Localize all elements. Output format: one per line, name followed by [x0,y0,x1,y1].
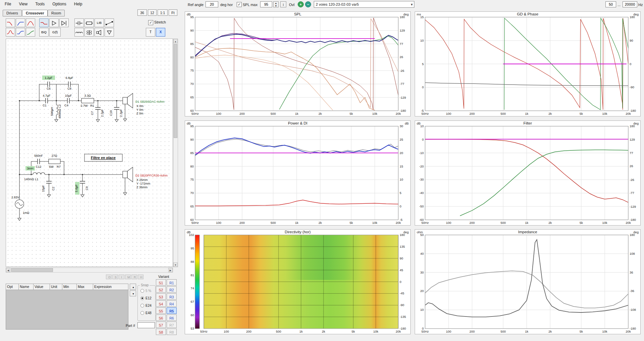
lowpass-filter-button[interactable] [6,18,15,27]
spl-max-spinner[interactable]: ▲▼ [273,1,279,7]
variant-s5-button[interactable]: S5 [156,307,166,314]
c12-value-label[interactable]: 560nF [34,154,43,157]
schematic-canvas[interactable]: 1.2µF C6 6.8µF C8 4.7µF C1 10µF C4 3.3Ω … [6,39,173,267]
opt-letter-r-button[interactable]: R [131,275,137,279]
zoom-fit-button[interactable]: Ft [169,9,177,16]
c8-value-label[interactable]: 6.8µF [65,76,73,80]
r7-value-label[interactable]: 27Ω [52,154,57,157]
power-di-plot-area[interactable]: 9590858075706560302520151050-550Hz100200… [185,121,410,225]
tab-crossover[interactable]: Crossover [22,10,48,16]
scroll-down-icon[interactable]: ▼ [173,262,178,267]
c9-value-label[interactable]: 5.6µF [75,184,78,192]
ref-angle-input[interactable] [206,1,218,7]
autoscale-button[interactable]: ↕ [280,1,286,7]
impedance-plot-area[interactable]: 5040302010018010836-36-108-18050Hz100200… [415,230,640,334]
variant-s7-button[interactable]: S7 [156,322,166,328]
shelf-filter-button[interactable] [39,18,49,27]
optimizer-table[interactable]: OptNameValueUnitMinMaxExpression [6,284,128,330]
spl-plot-area[interactable]: 95908580757065601801297726-26-77-129-180… [185,12,410,116]
c6-value-label[interactable]: 1.2µF [45,76,53,80]
gain-block-button[interactable] [59,18,69,27]
l2-value-label[interactable]: 500µH [50,107,54,116]
vscroll-thumb[interactable] [174,44,177,138]
menu-file[interactable]: File [1,0,14,8]
c1-value-label[interactable]: 4.7µF [43,94,51,97]
opt-letter-o-button[interactable]: O [106,275,112,279]
shelf-eq-button[interactable] [16,28,25,37]
overlay-add-button[interactable]: + [298,1,304,7]
freq-max-input[interactable] [623,1,637,7]
hscroll-thumb[interactable] [11,268,53,272]
driver-d1-label[interactable]: D1 SB29SDAC-4ohm [135,100,165,103]
part-number-input[interactable] [137,322,155,328]
schematic-vscrollbar[interactable]: ▲ ▼ [173,39,178,267]
gain-function-button[interactable]: G(f) [49,28,61,37]
scroll-up-icon[interactable]: ▲ [173,39,178,43]
delete-tool-button[interactable]: X [156,28,165,37]
row-up-button[interactable]: ▲ [130,284,136,290]
c7-value-label[interactable]: 2.2µF [101,109,104,117]
snap-e12-radio[interactable]: E12 [140,296,152,300]
snap-5pct-radio[interactable]: 5 % [140,289,151,293]
resistor-tool-button[interactable] [84,18,94,27]
note-text[interactable]: Filtre en place [91,156,116,160]
scroll-left-icon[interactable]: ◀ [6,268,10,272]
snap-e24-radio[interactable]: E24 [140,304,152,307]
variant-r2-button[interactable]: R2 [167,286,177,293]
speaker-tool-button[interactable] [95,28,104,37]
spl-max-input[interactable] [260,1,272,7]
opt-letter-h-button[interactable]: H [138,275,143,279]
menu-options[interactable]: Options [49,0,69,8]
variant-s2-button[interactable]: S2 [156,286,166,293]
l1-value-label[interactable]: 3mH [27,167,33,170]
library-part-button[interactable]: LIB [95,18,104,27]
variant-s8-button[interactable]: S8 [156,329,166,335]
bandpass-filter-button[interactable] [26,18,35,27]
stretch-checkbox[interactable]: ✓ Stretch [148,20,166,25]
directivity-plot-area[interactable]: 1029588817467605318013590450-45-90-135-1… [185,230,410,334]
variant-r5-button[interactable]: R5 [167,307,177,314]
zoom-1-1-button[interactable]: 1:1 [158,9,168,16]
c2-value-label[interactable]: 15µF [42,185,45,192]
variant-r4-button[interactable]: R4 [167,300,177,307]
invert-polarity-button[interactable] [105,28,114,37]
r1-value-label[interactable]: 3.3Ω [84,94,91,97]
variant-r6-button[interactable]: R6 [167,314,177,321]
transformer-tool-button[interactable] [84,28,94,37]
variant-r1-button[interactable]: R1 [167,279,177,286]
opt-letter-s-button[interactable]: S [112,275,118,279]
c10-value-label[interactable]: 2.2µF [119,109,123,117]
capacitor-tool-button[interactable] [74,18,84,27]
highpass-filter-button[interactable] [16,18,25,27]
variant-r8-button[interactable]: R8 [167,329,177,335]
inductor-tool-button[interactable] [74,28,84,37]
grid-step-box[interactable]: 12 [148,9,157,16]
driver-d2-label[interactable]: D2 SB20PFCR30-4ohm [135,174,168,177]
menu-view[interactable]: View [15,0,31,8]
grid-size-box[interactable]: 36 [137,9,147,16]
peak-eq-button[interactable] [6,28,15,37]
variant-s4-button[interactable]: S4 [156,300,166,307]
menu-tools[interactable]: Tools [32,0,48,8]
variant-s3-button[interactable]: S3 [156,293,166,300]
variant-s6-button[interactable]: S6 [156,314,166,321]
c4-value-label[interactable]: 10µF [65,94,72,97]
variant-dropdown[interactable]: 2 voies 120-23-02-03 var5 ▾ [314,1,414,8]
snap-e48-radio[interactable]: E48 [140,311,152,315]
variant-r7-button[interactable]: R7 [167,322,177,328]
freq-min-input[interactable] [605,1,616,7]
biquad-button[interactable]: BiQ [39,28,49,37]
variant-r3-button[interactable]: R3 [167,293,177,300]
row-down-button[interactable]: ▼ [130,290,136,296]
schematic-hscrollbar[interactable]: ◀ ▶ [6,267,173,273]
tab-room[interactable]: Room [48,10,65,16]
gd-phase-plot-area[interactable]: 151050-5180900-90-18050Hz1002005001k2k5k… [415,12,640,116]
scroll-right-icon[interactable]: ▶ [168,268,173,272]
menu-help[interactable]: Help [71,0,86,8]
buffer-block-button[interactable] [49,18,59,27]
opt-letter-i-button[interactable]: I [119,275,124,279]
overlay-remove-button[interactable]: − [305,1,311,7]
target-curve-button[interactable] [26,28,35,37]
opt-letter-m-button[interactable]: M [125,275,131,279]
text-tool-button[interactable]: T [146,28,155,37]
